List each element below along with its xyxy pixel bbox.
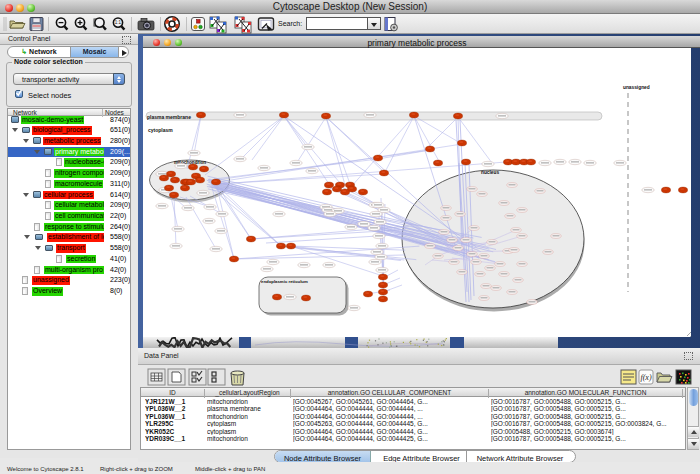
svg-text:endoplasmic reticulum: endoplasmic reticulum (261, 279, 308, 284)
svg-text:1:1: 1:1 (115, 20, 122, 25)
svg-text:unassigned: unassigned (623, 85, 650, 90)
svg-text:cytoplasm: cytoplasm (148, 127, 173, 133)
svg-text:f(x): f(x) (640, 373, 651, 382)
svg-text:plasma membrane: plasma membrane (147, 114, 191, 120)
svg-text:nucleus: nucleus (481, 170, 499, 175)
